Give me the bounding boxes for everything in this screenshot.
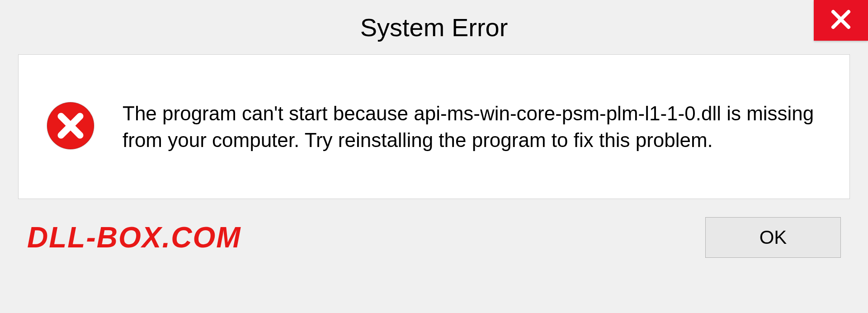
ok-button[interactable]: OK	[705, 217, 841, 258]
footer-area: DLL-BOX.COM OK	[18, 199, 850, 276]
error-icon	[46, 101, 95, 152]
dialog-title: System Error	[360, 13, 508, 42]
content-area: The program can't start because api-ms-w…	[18, 54, 850, 199]
watermark-text: DLL-BOX.COM	[27, 221, 241, 254]
error-message: The program can't start because api-ms-w…	[123, 100, 822, 154]
close-icon	[830, 8, 852, 33]
error-dialog: System Error The program can't start bec…	[0, 0, 868, 313]
close-button[interactable]	[814, 0, 868, 41]
title-bar: System Error	[0, 0, 868, 54]
